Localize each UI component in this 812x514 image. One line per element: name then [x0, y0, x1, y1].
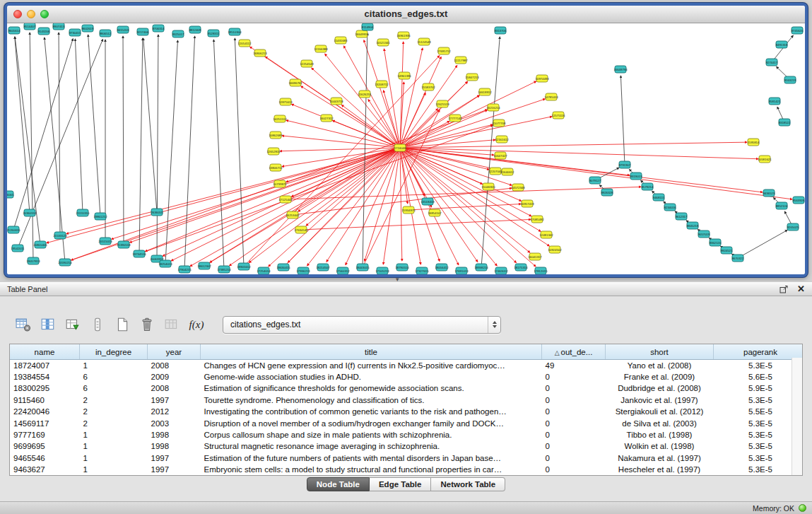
table-row[interactable]: 946554611997Estimation of the future num…: [10, 452, 803, 464]
graph-node[interactable]: 19861212: [93, 213, 107, 220]
cell-year[interactable]: 1998: [148, 440, 201, 452]
close-panel-icon[interactable]: ✕: [797, 284, 805, 293]
cell-out_degree[interactable]: 0: [542, 440, 606, 452]
graph-node[interactable]: 21155310: [76, 209, 90, 216]
graph-node[interactable]: 15124549: [417, 38, 431, 45]
cell-title[interactable]: Estimation of significance thresholds fo…: [201, 382, 542, 394]
graph-node[interactable]: 21533123: [53, 232, 67, 239]
tab-node-table[interactable]: Node Table: [307, 477, 370, 491]
graph-edge[interactable]: [282, 136, 400, 148]
cell-in_degree[interactable]: 1: [80, 464, 148, 475]
cell-out_degree[interactable]: 0: [542, 417, 606, 428]
graph-node[interactable]: 19057813: [26, 257, 40, 264]
graph-node[interactable]: 8852124: [776, 202, 788, 209]
graph-node[interactable]: 12875613: [278, 98, 293, 105]
cell-year[interactable]: 1998: [148, 429, 201, 440]
cell-out_degree[interactable]: 0: [542, 395, 606, 406]
fx-icon[interactable]: f(x): [187, 316, 206, 334]
graph-node[interactable]: 17085492: [530, 216, 544, 223]
graph-node[interactable]: 11077708: [493, 119, 506, 127]
graph-node[interactable]: 17777142: [448, 115, 462, 122]
cell-title[interactable]: Investigating the contribution of common…: [201, 406, 542, 417]
graph-node[interactable]: 8234016: [664, 204, 676, 211]
graph-node[interactable]: 18905612: [237, 263, 251, 270]
graph-node[interactable]: 19542011: [11, 245, 25, 252]
graph-node[interactable]: 17105213: [375, 267, 389, 274]
graph-node[interactable]: 1724046: [394, 144, 406, 151]
graph-edge[interactable]: [400, 148, 536, 267]
graph-node[interactable]: 2126065: [7, 191, 14, 198]
graph-edge[interactable]: [235, 38, 244, 267]
graph-node[interactable]: 9079127: [589, 177, 601, 184]
graph-edge[interactable]: [400, 142, 747, 148]
cell-name[interactable]: 18300295: [10, 382, 80, 394]
graph-node[interactable]: 12254549: [300, 60, 314, 67]
table-function-icon[interactable]: [64, 316, 82, 334]
table-selector[interactable]: citations_edges.txt: [223, 316, 501, 334]
citation-network-graph[interactable]: 1724046122545491669676112875613142515121…: [7, 23, 805, 274]
cell-year[interactable]: 1997: [148, 452, 201, 464]
graph-node[interactable]: 9325017: [172, 30, 184, 37]
cell-title[interactable]: Embryonic stem cells: a model to study s…: [201, 464, 542, 475]
graph-edge[interactable]: [88, 35, 100, 216]
graph-node[interactable]: 17385214: [217, 266, 231, 273]
tab-edge-table[interactable]: Edge Table: [370, 477, 432, 491]
graph-node[interactable]: 16961936: [396, 32, 411, 39]
cell-year[interactable]: 1997: [148, 395, 201, 406]
cell-in_degree[interactable]: 1: [80, 429, 148, 440]
column-header-name[interactable]: name: [10, 344, 80, 360]
graph-node[interactable]: 10443718: [329, 98, 343, 105]
graph-node[interactable]: 8491318: [776, 41, 788, 48]
graph-node[interactable]: 11431683: [334, 37, 348, 44]
tab-network-table[interactable]: Network Table: [431, 477, 505, 491]
graph-edge[interactable]: [400, 108, 438, 148]
cell-in_degree[interactable]: 1: [80, 360, 148, 371]
cell-name[interactable]: 9777169: [10, 429, 80, 440]
graph-node[interactable]: 9274417: [766, 59, 778, 66]
graph-node[interactable]: 17634145: [294, 226, 308, 233]
graph-node[interactable]: 8114904: [362, 23, 374, 30]
graph-node[interactable]: 10862687: [269, 132, 283, 139]
table-settings-icon[interactable]: [14, 316, 33, 334]
graph-node[interactable]: 8563926: [793, 197, 805, 204]
cell-year[interactable]: 1997: [148, 464, 201, 475]
column-header-pagerank[interactable]: pagerank: [714, 344, 804, 360]
cell-name[interactable]: 19384554: [10, 371, 80, 382]
graph-node[interactable]: 20515013: [98, 238, 112, 245]
graph-node[interactable]: 10974493: [535, 75, 549, 82]
cell-title[interactable]: Structural magnetic resonance image aver…: [201, 440, 542, 452]
cell-short[interactable]: Jankovic et al. (1997): [606, 395, 714, 406]
graph-node[interactable]: 10739871: [273, 180, 287, 187]
graph-node[interactable]: 10521341: [376, 39, 390, 46]
graph-node[interactable]: 9605614: [8, 27, 20, 34]
graph-node[interactable]: 9468115: [653, 194, 665, 201]
graph-edge[interactable]: [400, 148, 402, 261]
graph-node[interactable]: 18630415: [276, 264, 290, 271]
graph-node[interactable]: 9528311: [208, 30, 220, 37]
table-row[interactable]: 1938455462009Genome-wide association stu…: [10, 371, 803, 382]
graph-node[interactable]: 14572348: [511, 184, 525, 191]
cell-out_degree[interactable]: 0: [542, 464, 606, 475]
graph-node[interactable]: 13208712: [375, 81, 389, 88]
cell-name[interactable]: 9465546: [10, 452, 80, 464]
cell-in_degree[interactable]: 1: [80, 452, 148, 464]
graph-node[interactable]: 18938214: [474, 264, 488, 271]
cell-short[interactable]: de Silva et al. (2003): [606, 417, 714, 428]
float-panel-icon[interactable]: [779, 285, 789, 293]
graph-edge[interactable]: [75, 39, 83, 213]
graph-edge[interactable]: [165, 40, 178, 264]
graph-node[interactable]: 21390518: [117, 241, 131, 248]
graph-node[interactable]: 9163219: [784, 76, 796, 83]
cell-out_degree[interactable]: 0: [542, 371, 606, 382]
graph-node[interactable]: 11640612: [501, 168, 514, 175]
graph-node[interactable]: 15934975: [401, 206, 416, 214]
cell-pagerank[interactable]: 5.6E-5: [714, 371, 804, 382]
graph-edge[interactable]: [400, 117, 552, 148]
network-window-titlebar[interactable]: citations_edges.txt: [7, 6, 805, 23]
column-header-in_degree[interactable]: in_degree: [80, 344, 148, 360]
cell-out_degree[interactable]: 0: [542, 382, 606, 394]
graph-edge[interactable]: [400, 148, 497, 266]
cell-pagerank[interactable]: 5.3E-5: [714, 417, 804, 428]
cell-pagerank[interactable]: 5.3E-5: [714, 429, 804, 440]
import-table-icon[interactable]: [163, 316, 181, 334]
